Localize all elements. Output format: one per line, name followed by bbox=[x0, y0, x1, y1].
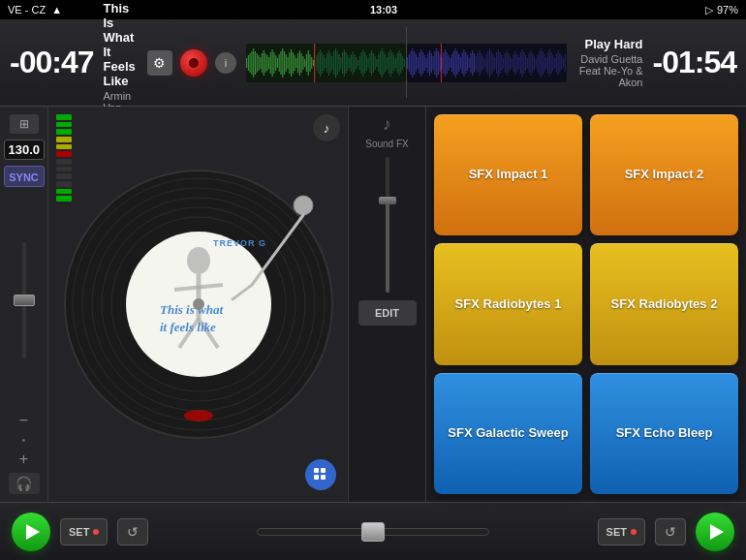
svg-rect-2 bbox=[250, 53, 251, 73]
sfx-button-3[interactable]: SFX Radiobytes 2 bbox=[590, 243, 738, 364]
sfx-volume-track[interactable] bbox=[386, 157, 389, 293]
svg-rect-49 bbox=[330, 53, 331, 73]
sfx-button-5[interactable]: SFX Echo Bleep bbox=[590, 373, 738, 494]
svg-rect-26 bbox=[291, 49, 292, 77]
sync-button[interactable]: SYNC bbox=[4, 166, 45, 187]
svg-rect-24 bbox=[287, 57, 288, 69]
svg-rect-5 bbox=[255, 51, 256, 75]
svg-rect-147 bbox=[498, 49, 499, 77]
svg-rect-81 bbox=[385, 54, 386, 72]
svg-rect-95 bbox=[411, 51, 412, 75]
svg-rect-43 bbox=[320, 49, 321, 77]
tempo-minus-button[interactable]: − bbox=[19, 413, 28, 428]
music-note-button[interactable]: ♪ bbox=[313, 114, 340, 141]
set-button-left[interactable]: SET bbox=[60, 518, 108, 545]
status-left: VE - CZ ▲ bbox=[8, 4, 62, 16]
vu-segment-3 bbox=[56, 129, 72, 135]
deck1-header: -00:47 This Is What It Feels Like Armin … bbox=[0, 19, 246, 106]
expand-button[interactable]: ⊞ bbox=[10, 114, 39, 134]
svg-rect-60 bbox=[349, 58, 350, 68]
svg-rect-164 bbox=[527, 58, 528, 68]
left-panel: ⊞ 130.0 SYNC − • + 🎧 bbox=[0, 107, 48, 502]
headphone-button[interactable]: 🎧 bbox=[9, 473, 40, 494]
vu-segment-7 bbox=[56, 159, 72, 165]
vu-segment-8 bbox=[56, 167, 72, 172]
header: -00:47 This Is What It Feels Like Armin … bbox=[0, 19, 746, 107]
svg-rect-56 bbox=[342, 52, 343, 74]
svg-rect-183 bbox=[559, 53, 560, 73]
tempo-plus-button[interactable]: + bbox=[19, 451, 28, 467]
svg-rect-129 bbox=[469, 58, 470, 68]
play-button-right[interactable] bbox=[696, 513, 734, 551]
loop-button-left[interactable]: ↺ bbox=[117, 518, 148, 545]
svg-rect-109 bbox=[434, 51, 435, 75]
svg-rect-117 bbox=[448, 55, 449, 71]
pitch-slider[interactable] bbox=[15, 193, 34, 407]
svg-rect-135 bbox=[477, 53, 478, 73]
vu-meter bbox=[56, 114, 72, 202]
svg-rect-34 bbox=[304, 59, 305, 67]
svg-rect-134 bbox=[476, 56, 477, 70]
svg-rect-1 bbox=[248, 55, 249, 71]
svg-rect-31 bbox=[299, 50, 300, 76]
sfx-label: Sound FX bbox=[365, 139, 408, 149]
svg-rect-170 bbox=[537, 54, 538, 72]
svg-rect-79 bbox=[382, 48, 383, 78]
sfx-button-4[interactable]: SFX Galactic Sweep bbox=[434, 373, 582, 494]
deck2-title: Play Hard bbox=[576, 37, 643, 51]
waveform-svg-right bbox=[407, 44, 567, 82]
loop-button-right[interactable]: ↺ bbox=[655, 518, 686, 545]
svg-rect-18 bbox=[277, 58, 278, 68]
play-button-left[interactable] bbox=[12, 513, 50, 551]
sfx-button-1[interactable]: SFX Impact 2 bbox=[590, 114, 738, 235]
svg-rect-108 bbox=[433, 56, 434, 70]
tempo-label: • bbox=[22, 434, 26, 446]
vu-segment-2 bbox=[56, 122, 72, 128]
crossfader-thumb[interactable] bbox=[361, 522, 385, 542]
svg-rect-50 bbox=[331, 56, 332, 70]
svg-rect-23 bbox=[286, 54, 287, 72]
svg-point-203 bbox=[193, 298, 204, 310]
grid-overlay-button[interactable] bbox=[305, 459, 336, 490]
svg-rect-55 bbox=[340, 57, 341, 69]
crossfader-track[interactable] bbox=[257, 528, 489, 536]
svg-rect-107 bbox=[431, 53, 432, 73]
svg-rect-145 bbox=[494, 57, 495, 69]
svg-rect-0 bbox=[246, 58, 247, 68]
svg-rect-178 bbox=[550, 52, 551, 74]
set-dot-left bbox=[93, 529, 99, 535]
waveform-svg-left bbox=[246, 44, 406, 82]
deck1-time: -00:47 bbox=[10, 45, 94, 80]
svg-rect-105 bbox=[427, 53, 428, 73]
set-button-right[interactable]: SET bbox=[598, 518, 645, 545]
svg-rect-87 bbox=[395, 58, 396, 68]
record-button[interactable] bbox=[180, 49, 207, 77]
vu-segment-9 bbox=[56, 173, 72, 179]
svg-rect-126 bbox=[463, 49, 464, 77]
status-right: ▷ 97% bbox=[705, 4, 738, 16]
svg-rect-42 bbox=[318, 52, 319, 74]
svg-rect-88 bbox=[397, 53, 398, 73]
deck1-title: This Is What It Feels Like bbox=[104, 1, 138, 88]
svg-rect-185 bbox=[563, 59, 564, 67]
clock: 13:03 bbox=[370, 4, 397, 16]
svg-rect-85 bbox=[391, 52, 392, 74]
gear-button[interactable]: ⚙ bbox=[147, 50, 172, 76]
svg-rect-7 bbox=[258, 55, 259, 71]
deck2-waveform-container bbox=[407, 19, 567, 106]
sfx-button-0[interactable]: SFX Impact 1 bbox=[434, 114, 582, 235]
edit-button[interactable]: EDIT bbox=[358, 300, 417, 326]
svg-rect-98 bbox=[416, 54, 417, 72]
svg-rect-13 bbox=[268, 57, 269, 69]
svg-rect-72 bbox=[369, 53, 370, 73]
sfx-button-2[interactable]: SFX Radiobytes 1 bbox=[434, 243, 582, 364]
info-button[interactable]: i bbox=[215, 52, 236, 74]
svg-rect-121 bbox=[454, 48, 455, 78]
pitch-thumb[interactable] bbox=[14, 295, 35, 306]
svg-rect-11 bbox=[264, 53, 265, 73]
svg-point-204 bbox=[294, 196, 313, 215]
sfx-volume-thumb[interactable] bbox=[379, 197, 396, 204]
svg-rect-165 bbox=[529, 53, 530, 73]
svg-rect-96 bbox=[412, 48, 413, 78]
svg-rect-92 bbox=[404, 59, 405, 67]
